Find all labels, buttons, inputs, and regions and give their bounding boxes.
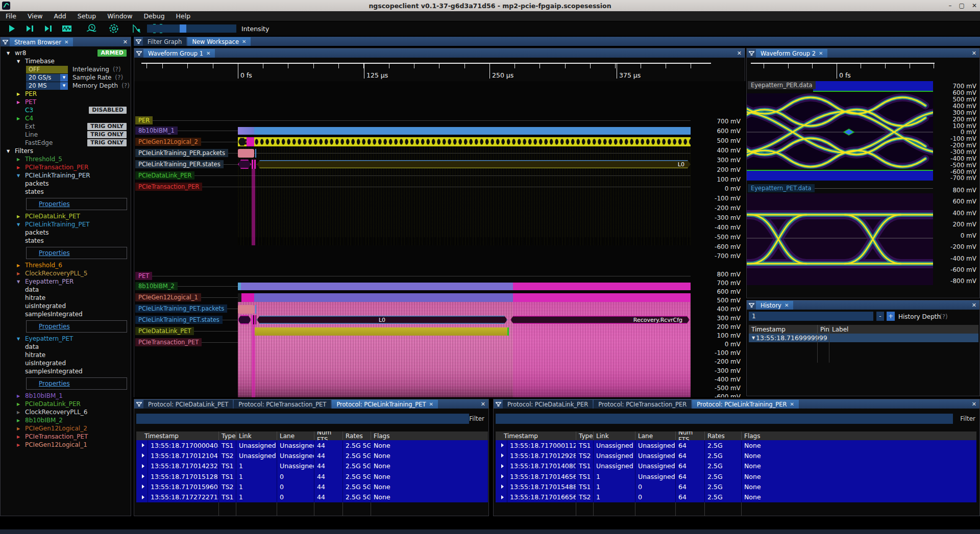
row-expander-icon[interactable] — [136, 471, 148, 481]
table-row[interactable]: 13:55:18.7170146568TS11Unassigned642.5GN… — [496, 471, 976, 481]
tab-close-icon[interactable]: ✕ — [242, 39, 246, 44]
skip-end-icon[interactable] — [23, 22, 37, 35]
tree-expander-icon[interactable]: ▶ — [17, 157, 25, 162]
tree-expander-icon[interactable]: ▶ — [17, 402, 25, 406]
protocol-filter-input[interactable] — [136, 414, 469, 424]
panel-close-icon[interactable]: ✕ — [972, 302, 976, 309]
menu-item[interactable]: Setup — [72, 12, 102, 20]
row-expander-icon[interactable] — [496, 450, 507, 461]
trigger-settings-icon[interactable] — [107, 22, 120, 35]
channel-label-badge[interactable]: PCIeLinkTraining_PET.states — [135, 316, 223, 324]
window-titlebar[interactable]: ngscopeclient v0.1-37-g6d3a71d56 - mp2-p… — [0, 0, 980, 11]
tree-item[interactable]: Line TRIG ONLY — [1, 131, 131, 139]
panel-menu-icon[interactable] — [747, 300, 756, 310]
tab-close-icon[interactable]: ✕ — [206, 50, 210, 56]
per-voltage-axis[interactable]: 700 mV600 mV500 mV400 mV300 mV200 mV100 … — [696, 117, 741, 261]
tab-history[interactable]: History ✕ — [756, 301, 793, 310]
tab-filter-graph[interactable]: Filter Graph — [143, 37, 186, 46]
tree-expander-icon[interactable]: ▶ — [17, 100, 25, 105]
intensity-slider-handle[interactable] — [180, 24, 186, 33]
tree-item[interactable]: states — [1, 237, 131, 245]
tree-item[interactable]: ▼ Filters — [1, 147, 131, 155]
eyepattern-per-diagram[interactable] — [747, 93, 933, 169]
tree-item[interactable]: ▼ PCIeLinkTraining_PER — [1, 171, 131, 180]
history-clock-icon[interactable] — [85, 22, 98, 35]
memory-depth-select[interactable]: 20 MS ▼ — [26, 82, 68, 90]
pet-gen12-bar[interactable] — [254, 293, 691, 302]
table-row[interactable]: 13:55:18.7170140808TS1UnassignedUnassign… — [496, 461, 976, 471]
intensity-slider[interactable] — [147, 24, 236, 33]
row-expander-icon[interactable] — [136, 450, 148, 461]
history-depth-minus-button[interactable]: - — [876, 312, 884, 321]
channel-label-badge[interactable]: PCIeGen12Logical_1 — [135, 293, 201, 301]
tree-item[interactable]: FastEdge TRIG ONLY — [1, 139, 131, 147]
tree-expander-icon[interactable]: ▶ — [17, 435, 25, 439]
menu-item[interactable]: Help — [170, 12, 197, 20]
panel-menu-icon[interactable] — [134, 37, 143, 46]
tree-item[interactable]: hitrate — [1, 351, 131, 359]
per-packets-segment[interactable] — [238, 149, 254, 158]
panel-close-icon[interactable]: ✕ — [972, 401, 976, 408]
row-expander-icon[interactable] — [496, 492, 507, 502]
tree-item[interactable]: data — [1, 343, 131, 351]
panel-menu-icon[interactable] — [494, 399, 503, 409]
tree-item[interactable]: ▼ Eyepattern_PET — [1, 335, 131, 343]
tree-expander-icon[interactable]: ▶ — [17, 165, 25, 170]
table-row[interactable]: 13:55:18.7170121047TS2UnassignedUnassign… — [136, 450, 488, 461]
per-8b10b-bar[interactable] — [254, 127, 691, 135]
properties-link[interactable]: Properties — [39, 323, 70, 330]
tree-item[interactable]: ▶ Threshold_6 — [1, 261, 131, 269]
tree-item[interactable]: ▼ Eyepattern_PER — [1, 277, 131, 286]
eye1-label-badge[interactable]: Eyepattern_PER.data — [748, 81, 816, 89]
filter-response-icon[interactable] — [131, 22, 144, 35]
tree-item[interactable]: ▼ PCIeLinkTraining_PET — [1, 220, 131, 228]
tab-close-icon[interactable]: ✕ — [790, 401, 794, 407]
channel-label-badge[interactable]: PET — [135, 272, 152, 280]
tree-item[interactable]: ▶ PCIeDataLink_PER — [1, 400, 131, 408]
sample-rate-select[interactable]: 20 GS/s ▼ — [26, 74, 68, 82]
pet-gen12-magenta-segment[interactable] — [241, 293, 254, 302]
tab-waveform-group-1[interactable]: Waveform Group 1 ✕ — [143, 49, 215, 58]
row-expander-icon[interactable] — [496, 440, 507, 450]
dropdown-arrow-icon[interactable]: ▼ — [60, 82, 68, 90]
table-row[interactable]: 13:55:18.7170142327TS11Unassigned442.5G … — [136, 461, 488, 471]
per-gen12-magenta-segment[interactable] — [247, 137, 254, 146]
pet-packets-segment[interactable] — [238, 305, 254, 314]
per-decode-bus-strip[interactable] — [238, 137, 691, 146]
tree-item[interactable]: samplesIntegrated — [1, 310, 131, 318]
row-expander-icon[interactable] — [136, 481, 148, 492]
panel-close-icon[interactable]: ✕ — [481, 401, 485, 408]
skip-single-icon[interactable] — [42, 22, 55, 35]
pet-voltage-axis[interactable]: 800 mV700 mV600 mV500 mV400 mV300 mV200 … — [696, 270, 741, 397]
tree-item[interactable]: hitrate — [1, 294, 131, 302]
tree-item[interactable]: uisIntegrated — [1, 359, 131, 367]
table-row[interactable]: 13:55:18.7170000408TS1UnassignedUnassign… — [136, 440, 488, 450]
tree-item[interactable]: ▶ ClockRecoveryPLL_5 — [1, 269, 131, 277]
channel-label-badge[interactable]: 8b10bIBM_1 — [135, 126, 178, 135]
tree-expander-icon[interactable]: ▶ — [17, 116, 25, 121]
tree-expander-icon[interactable]: ▶ — [17, 271, 25, 276]
tab-protocol-datalink-pet[interactable]: Protocol: PCIeDataLink_PET — [143, 400, 233, 409]
row-expander-icon[interactable] — [136, 492, 148, 502]
tree-expander-icon[interactable]: ▼ — [17, 279, 25, 284]
panel-close-icon[interactable]: ✕ — [737, 50, 742, 57]
tree-expander-icon[interactable]: ▶ — [17, 443, 25, 447]
channel-label-badge[interactable]: PER — [135, 116, 153, 124]
tree-item[interactable]: ▶ PER — [1, 90, 131, 98]
tab-close-icon[interactable]: ✕ — [429, 401, 433, 407]
tab-close-icon[interactable]: ✕ — [819, 50, 823, 56]
tree-item[interactable]: ▶ PCIeDataLink_PET — [1, 212, 131, 220]
history-depth-plus-button[interactable]: + — [887, 312, 895, 321]
channel-label-badge[interactable]: PCIeGen12Logical_2 — [135, 138, 201, 146]
tree-item[interactable]: ▶ 8b10bIBM_1 — [1, 392, 131, 400]
protocol-table-header[interactable]: Timestamp Type Link Lane Num FTS Rates F… — [136, 431, 488, 440]
row-expander-icon[interactable] — [136, 461, 148, 471]
protocol-table-header[interactable]: Timestamp Type Link Lane Num FTS Rates F… — [496, 431, 976, 440]
protocol-filter-input[interactable] — [496, 414, 953, 424]
row-expander-icon[interactable] — [136, 440, 148, 450]
tree-expander-icon[interactable]: ▶ — [17, 410, 25, 415]
menu-item[interactable]: Add — [48, 12, 72, 20]
tab-protocol-transaction-pet[interactable]: Protocol: PCIeTransaction_PET — [234, 400, 331, 409]
close-button[interactable]: ✕ — [972, 2, 977, 9]
eyepattern-pet-diagram[interactable] — [747, 193, 933, 285]
